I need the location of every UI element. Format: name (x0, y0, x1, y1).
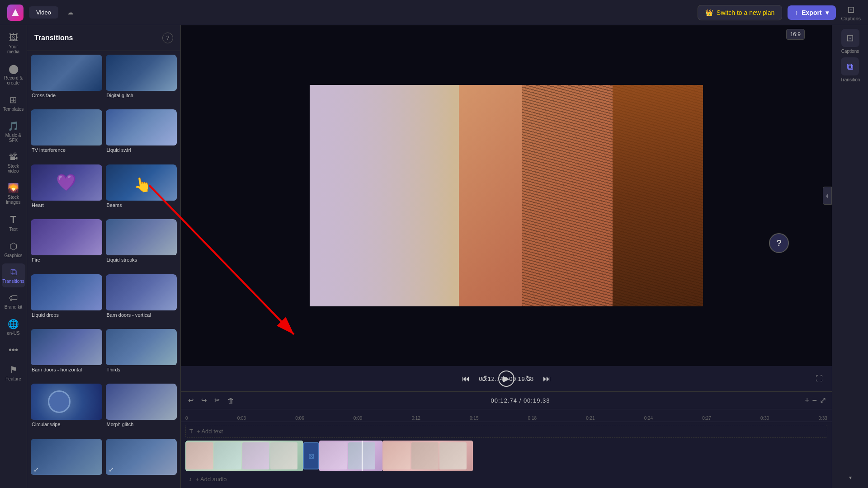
transition-label-unknown1 (31, 475, 102, 479)
transition-thumb-unknown1: ⤢ (31, 439, 102, 475)
transition-item-beams[interactable]: Beams (106, 164, 177, 216)
sidebar-item-music[interactable]: 🎵 Music & SFX (2, 117, 25, 146)
more-icon: ••• (9, 345, 18, 355)
transition-label-liquid-swirl: Liquid swirl (106, 145, 177, 155)
captions-icon: ⊡ (847, 4, 855, 15)
help-button[interactable]: ? (769, 233, 789, 253)
right-panel: ⊡ Captions ⧉ Transition ▾ (832, 25, 868, 488)
skip-forward-button[interactable]: ⏭ (543, 374, 551, 384)
add-audio-label: + Add audio (196, 476, 227, 483)
captions-panel-icon: ⊡ (841, 29, 859, 47)
captions-label: Captions (841, 16, 861, 21)
language-label: en-US (7, 331, 19, 336)
center-panel: 16:9 ‹ ? ⏮ ↺ ▶ ↻ ⏭ 00:12.74 / 00:19.33 ⛶ (181, 25, 832, 488)
timeline-dropdown-button[interactable]: ▾ (849, 474, 852, 481)
transition-panel-button[interactable]: ⧉ Transition (840, 57, 860, 82)
transition-thumb-liquid-swirl (106, 109, 177, 145)
stock-video-label: Stock video (4, 164, 24, 174)
transition-thumb-morph-glitch (106, 384, 177, 420)
panel-title: Transitions (34, 34, 73, 42)
hair-dark (613, 85, 703, 306)
expand-icon: ⤢ (108, 466, 114, 473)
skip-back-button[interactable]: ⏮ (462, 374, 470, 384)
sidebar-item-text[interactable]: T Text (2, 210, 25, 235)
fullscreen-button[interactable]: ⛶ (816, 375, 823, 383)
playhead (362, 441, 363, 471)
video-track: ⊠ (185, 441, 827, 471)
add-text-row[interactable]: T + Add text (185, 425, 827, 438)
collapse-panel-button[interactable]: ‹ (823, 187, 832, 205)
captions-panel-button[interactable]: ⊡ Captions (841, 29, 859, 54)
fit-button[interactable]: ⤢ (820, 395, 826, 405)
transition-item-morph-glitch[interactable]: Morph glitch (106, 384, 177, 435)
sidebar-item-templates[interactable]: ⊞ Templates (2, 91, 25, 115)
video-preview-area: 16:9 ‹ ? (181, 25, 832, 366)
transition-thumb-digital-glitch (106, 55, 177, 91)
add-audio-row[interactable]: ♪ + Add audio (185, 473, 827, 485)
zoom-controls: + − ⤢ (805, 395, 826, 405)
zoom-out-button[interactable]: − (812, 396, 817, 405)
sidebar-item-your-media[interactable]: 🖼 Your media (2, 29, 25, 58)
sidebar-item-feature[interactable]: ⚑ Feature (2, 361, 25, 385)
templates-icon: ⊞ (9, 94, 17, 105)
tab-video[interactable]: Video (29, 6, 58, 19)
zoom-in-button[interactable]: + (805, 396, 810, 405)
text-track-icon: T (189, 428, 193, 435)
captions-button[interactable]: ⊡ Captions (841, 4, 861, 21)
feature-icon: ⚑ (9, 364, 18, 375)
transitions-panel: Transitions ? Cross fade Digital glitch … (27, 25, 181, 488)
transition-item-tv-interference[interactable]: TV interference (31, 109, 102, 160)
music-icon: 🎵 (8, 121, 19, 131)
sidebar-item-graphics[interactable]: ⬡ Graphics (2, 237, 25, 262)
captions-panel-label: Captions (841, 49, 859, 54)
undo-button[interactable]: ↩ (186, 394, 196, 406)
sidebar-item-stock-video[interactable]: 📽 Stock video (2, 148, 25, 177)
redo-button[interactable]: ↪ (199, 394, 209, 406)
sidebar-item-record-create[interactable]: ⬤ Record & create (2, 60, 25, 89)
music-note-icon: ♪ (189, 476, 192, 483)
ruler-marks: 00:030:060:090:120:150:180:210:240:270:3… (181, 416, 832, 421)
transition-item-circular-wipe[interactable]: Circular wipe (31, 384, 102, 435)
cut-button[interactable]: ✂ (212, 394, 222, 406)
transition-item-barn-doors-horizontal[interactable]: Barn doors - horizontal (31, 329, 102, 380)
transition-item-heart[interactable]: 💜 Heart (31, 164, 102, 216)
transition-item-liquid-swirl[interactable]: Liquid swirl (106, 109, 177, 160)
sidebar-item-transitions[interactable]: ⧉ Transitions (2, 263, 25, 287)
sidebar-item-language[interactable]: 🌐 en-US (2, 315, 25, 339)
transition-item-barn-doors-vertical[interactable]: Barn doors - vertical (106, 274, 177, 325)
svg-marker-0 (12, 9, 19, 16)
main-layout: 🖼 Your media ⬤ Record & create ⊞ Templat… (0, 25, 868, 488)
switch-plan-button[interactable]: 👑 Switch to a new plan (698, 5, 782, 20)
video-segment-3[interactable] (382, 441, 473, 471)
transition-item-digital-glitch[interactable]: Digital glitch (106, 55, 177, 106)
transition-panel-label: Transition (840, 77, 860, 82)
video-segment-2[interactable] (319, 441, 382, 471)
stock-video-icon: 📽 (9, 152, 18, 162)
sidebar-item-more[interactable]: ••• (2, 341, 25, 359)
graphics-label: Graphics (4, 253, 22, 258)
ruler-mark: 0:30 (760, 416, 769, 421)
transition-item-unknown1[interactable]: ⤢ (31, 439, 102, 484)
transition-item-unknown2[interactable]: ⤢ (106, 439, 177, 484)
transition-label-beams: Beams (106, 201, 177, 210)
transition-marker[interactable]: ⊠ (303, 442, 319, 469)
video-segment-1[interactable] (185, 441, 303, 471)
top-bar: Video ☁ 👑 Switch to a new plan ↑ Export … (0, 0, 868, 25)
export-button[interactable]: ↑ Export ▾ (788, 5, 835, 20)
transition-item-thirds[interactable]: Thirds (106, 329, 177, 380)
transition-item-liquid-streaks[interactable]: Liquid streaks (106, 219, 177, 270)
panel-help-button[interactable]: ? (162, 33, 173, 43)
tab-cloud[interactable]: ☁ (60, 6, 80, 19)
delete-button[interactable]: 🗑 (226, 395, 236, 406)
transition-item-cross-fade[interactable]: Cross fade (31, 55, 102, 106)
transition-item-liquid-drops[interactable]: Liquid drops (31, 274, 102, 325)
transition-thumb-tv-interference (31, 109, 102, 145)
transition-label-digital-glitch: Digital glitch (106, 91, 177, 100)
transition-thumb-cross-fade (31, 55, 102, 91)
transition-label-thirds: Thirds (106, 365, 177, 374)
transition-item-fire[interactable]: Fire (31, 219, 102, 270)
top-bar-right: 👑 Switch to a new plan ↑ Export ▾ ⊡ Capt… (698, 4, 861, 21)
transition-label-barn-doors-horizontal: Barn doors - horizontal (31, 365, 102, 374)
sidebar-item-stock-images[interactable]: 🌄 Stock images (2, 179, 25, 208)
sidebar-item-brand-kit[interactable]: 🏷 Brand kit (2, 289, 25, 313)
